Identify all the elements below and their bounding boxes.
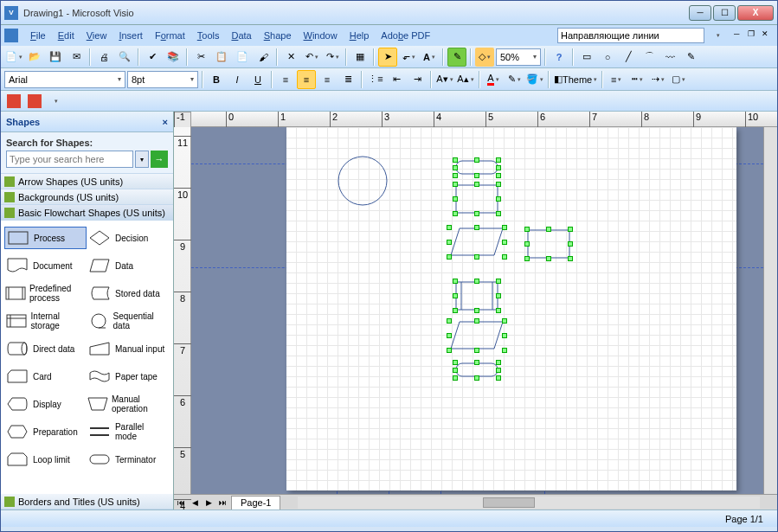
format-painter-button[interactable]: 🖌 (254, 48, 273, 67)
shape-display[interactable]: Display (4, 394, 87, 414)
delete-button[interactable]: ✕ (281, 48, 300, 67)
paste-button[interactable]: 📄 (233, 48, 252, 67)
shape-stored-data[interactable]: Stored data (87, 283, 169, 304)
minimize-button[interactable]: ─ (689, 5, 711, 21)
vertical-ruler[interactable]: 1110987654 (174, 127, 191, 494)
menu-view[interactable]: View (81, 29, 113, 42)
doc-minimize-button[interactable]: ─ (734, 29, 746, 42)
increase-font-button[interactable]: A▴ (456, 70, 475, 89)
shapes-panel-close-button[interactable]: × (163, 117, 168, 127)
doc-restore-button[interactable]: ❐ (748, 29, 760, 42)
decrease-indent-button[interactable]: ⇤ (387, 70, 406, 89)
shape-manual-operation[interactable]: Manual operation (87, 394, 169, 414)
align-justify-button[interactable]: ≣ (338, 70, 357, 89)
canvas-shape-data[interactable] (449, 321, 505, 350)
canvas-shape-data[interactable] (449, 228, 505, 257)
align-right-button[interactable]: ≡ (318, 70, 337, 89)
fill-color-button[interactable]: 🪣 (525, 70, 544, 89)
drawing-page[interactable] (286, 127, 736, 490)
research-button[interactable]: 📚 (164, 48, 183, 67)
font-size-combo[interactable]: 8pt (127, 71, 198, 88)
shape-sequential-data[interactable]: Sequential data (87, 311, 169, 331)
cut-button[interactable]: ✂ (191, 48, 210, 67)
menu-window[interactable]: Window (299, 29, 343, 42)
align-left-button[interactable]: ≡ (276, 70, 295, 89)
print-preview-button[interactable]: 🔍 (115, 48, 134, 67)
pdf-convert-button[interactable] (4, 92, 23, 111)
ellipse-tool-button[interactable]: ○ (598, 48, 617, 67)
freeform-tool-button[interactable]: 〰 (660, 48, 679, 67)
pdf-convert-send-button[interactable] (25, 92, 44, 111)
connector-tool-button[interactable]: ⬐ (399, 48, 418, 67)
menu-edit[interactable]: Edit (53, 29, 80, 42)
theme-button[interactable]: ◧Theme (553, 70, 598, 89)
doc-close-button[interactable]: ✕ (762, 29, 774, 42)
shape-terminator[interactable]: Terminator (87, 449, 169, 470)
canvas-shape-process[interactable] (455, 184, 498, 214)
menu-adobe[interactable]: Adobe PDF (376, 29, 435, 42)
pdf-menu-button[interactable] (46, 92, 65, 111)
zoom-combo[interactable]: 50% (496, 48, 541, 66)
line-pattern-button[interactable]: ┅ (627, 70, 646, 89)
menu-insert[interactable]: Insert (113, 29, 148, 42)
search-shapes-input[interactable] (6, 151, 133, 168)
horizontal-ruler[interactable]: -101234567891011 (191, 112, 777, 127)
drawing-canvas[interactable] (191, 127, 763, 494)
shape-predefined-process[interactable]: Predefined process (4, 283, 87, 304)
new-button[interactable]: 📄 (4, 48, 23, 67)
shape-paper-tape[interactable]: Paper tape (87, 366, 169, 387)
menu-help[interactable]: Help (344, 29, 375, 42)
stencil-arrow-shapes[interactable]: Arrow Shapes (US units) (1, 174, 173, 189)
rectangle-tool-button[interactable]: ▭ (577, 48, 596, 67)
ink-button[interactable]: ✎ (447, 48, 466, 67)
page-last-button[interactable]: ⏭ (215, 496, 229, 510)
line-weight-button[interactable]: ≡ (607, 70, 626, 89)
menu-format[interactable]: Format (150, 29, 190, 42)
search-options-dropdown[interactable]: ▾ (135, 151, 149, 168)
stencil-backgrounds[interactable]: Backgrounds (US units) (1, 189, 173, 205)
align-center-button[interactable]: ≡ (297, 70, 316, 89)
open-button[interactable]: 📂 (25, 48, 44, 67)
pointer-tool-button[interactable]: ➤ (378, 48, 397, 67)
font-combo[interactable]: Arial (4, 71, 125, 88)
undo-button[interactable]: ↶ (302, 48, 321, 67)
menu-tools[interactable]: Tools (192, 29, 225, 42)
shape-preparation[interactable]: Preparation (4, 421, 87, 442)
spelling-button[interactable]: ✔ (143, 48, 162, 67)
maximize-button[interactable]: ☐ (713, 5, 736, 21)
stencil-basic-flowchart[interactable]: Basic Flowchart Shapes (US units) (1, 205, 173, 221)
email-button[interactable]: ✉ (67, 48, 86, 67)
shape-card[interactable]: Card (4, 366, 87, 387)
drawing-tools-button[interactable]: ◇ (475, 48, 494, 67)
save-button[interactable]: 💾 (46, 48, 65, 67)
search-go-button[interactable]: → (151, 151, 168, 168)
horizontal-scrollbar[interactable] (298, 497, 760, 509)
italic-button[interactable]: I (228, 70, 247, 89)
shape-document[interactable]: Document (4, 255, 87, 276)
shape-loop-limit[interactable]: Loop limit (4, 449, 87, 470)
line-ends-button[interactable]: ⇢ (648, 70, 667, 89)
help-search-dropdown[interactable] (708, 26, 727, 45)
pencil-tool-button[interactable]: ✎ (681, 48, 700, 67)
shape-direct-data[interactable]: Direct data (4, 338, 87, 359)
help-search-input[interactable] (557, 28, 704, 43)
text-tool-button[interactable]: A (420, 48, 439, 67)
page-tab[interactable]: Page-1 (231, 496, 280, 510)
underline-button[interactable]: U (248, 70, 267, 89)
canvas-shape-predefined-process[interactable] (455, 281, 498, 311)
canvas-shape-process[interactable] (527, 229, 570, 259)
menu-shape[interactable]: Shape (259, 29, 297, 42)
stencil-borders-titles[interactable]: Borders and Titles (US units) (1, 494, 173, 510)
line-tool-button[interactable]: ╱ (619, 48, 638, 67)
close-button[interactable]: X (737, 5, 774, 21)
shape-decision[interactable]: Decision (87, 228, 169, 248)
decrease-font-button[interactable]: A▾ (435, 70, 454, 89)
bold-button[interactable]: B (207, 70, 226, 89)
shapes-window-button[interactable]: ▦ (350, 48, 370, 67)
shape-parallel-mode[interactable]: Parallel mode (87, 421, 169, 442)
bullets-button[interactable]: ⋮≡ (366, 70, 385, 89)
vertical-scrollbar[interactable] (763, 127, 777, 494)
increase-indent-button[interactable]: ⇥ (408, 70, 427, 89)
copy-button[interactable]: 📋 (212, 48, 231, 67)
shape-data[interactable]: Data (87, 255, 169, 276)
